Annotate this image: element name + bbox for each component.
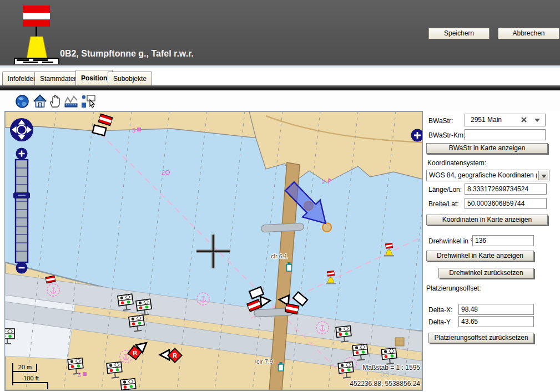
- show-bwastr-button[interactable]: BWaStr in Karte anzeigen: [426, 143, 548, 154]
- map-toolbar: [0, 90, 560, 111]
- select-arrow-button[interactable]: [538, 171, 548, 180]
- map-coordinates-text: 452236.88, 5538856.24: [350, 380, 420, 388]
- app-header: 0B2, Stumpftonne g., Tafel r.w.r. 2951 M…: [0, 0, 560, 65]
- svg-text:3: 3: [78, 371, 81, 378]
- svg-text:2: 2: [322, 179, 325, 185]
- tab-separator-band: [0, 85, 560, 90]
- coordsys-value: WGS 84, geografische Koordinaten (Län: [429, 171, 537, 179]
- svg-text:clr 6.1: clr 6.1: [271, 253, 287, 259]
- map-scale-text: Maßstab = 1 : 1595: [362, 364, 420, 371]
- clear-icon[interactable]: [521, 116, 527, 123]
- coordsys-label: Koordinatensystem:: [427, 159, 486, 167]
- show-angle-button[interactable]: Drehwinkel in Karte anzeigen: [426, 251, 534, 261]
- svg-text:3: 3: [132, 127, 135, 134]
- cancel-button[interactable]: Abbrechen: [498, 28, 559, 39]
- delta-y-label: Delta-Y: [428, 318, 451, 326]
- svg-text:2: 2: [162, 169, 165, 176]
- pan-rosette[interactable]: [10, 118, 33, 141]
- offset-label: Platzierungsoffset:: [426, 284, 481, 292]
- scale-bar-imperial: 100 ft: [23, 375, 39, 381]
- chevron-down-icon[interactable]: [534, 119, 540, 122]
- delta-y-input[interactable]: [458, 316, 534, 327]
- measure-icon[interactable]: [63, 94, 79, 109]
- save-button[interactable]: Speichern: [428, 28, 490, 39]
- zoom-slider[interactable]: [13, 148, 30, 274]
- lat-label: Breite/Lat:: [428, 200, 459, 208]
- globe-icon[interactable]: [14, 94, 30, 109]
- reset-offset-button[interactable]: Platzierungsoffset zurücksetzen: [428, 333, 534, 343]
- tab-subobjekte[interactable]: Subobjekte: [108, 72, 152, 85]
- svg-text:3.3: 3.3: [380, 370, 390, 378]
- delta-x-input[interactable]: [458, 304, 534, 315]
- chevron-down-icon: [541, 175, 547, 178]
- pan-hand-icon[interactable]: [48, 94, 63, 109]
- position-form-panel: BWaStr: 2951 Main BWaStr-Km: BWaStr in K…: [425, 111, 560, 392]
- reset-angle-button[interactable]: Drehwinkel zurücksetzen: [438, 268, 534, 278]
- object-title-line1: 0B2, Stumpftonne g., Tafel r.w.r.: [60, 47, 200, 60]
- bwastr-km-label: BWaStr-Km:: [428, 131, 465, 139]
- lat-input[interactable]: [465, 198, 547, 209]
- info-select-icon[interactable]: [79, 94, 98, 109]
- home-icon[interactable]: [32, 94, 48, 109]
- tab-bar: Infofelder Stammdaten Position Subobjekt…: [0, 69, 560, 85]
- stumpftonne-buoy-logo-icon: [4, 3, 60, 64]
- delta-x-label: Delta-X:: [428, 306, 452, 314]
- angle-label: Drehwinkel in °:: [428, 237, 475, 245]
- show-coordinates-button[interactable]: Koordinaten in Karte anzeigen: [426, 215, 548, 225]
- bwastr-km-input[interactable]: [465, 129, 546, 140]
- object-placed-point: [322, 223, 331, 232]
- angle-input[interactable]: [472, 235, 534, 246]
- lon-input[interactable]: [465, 184, 547, 195]
- map-canvas[interactable]: R: [5, 111, 422, 390]
- map-container: R: [4, 111, 423, 391]
- scale-bar-metric: 20 m: [18, 364, 32, 370]
- svg-text:clr 7.9: clr 7.9: [256, 358, 273, 365]
- bwastr-label: BWaStr:: [428, 117, 453, 125]
- bwastr-combobox[interactable]: 2951 Main: [465, 114, 546, 126]
- coordsys-select[interactable]: WGS 84, geografische Koordinaten (Län: [426, 170, 549, 181]
- bwastr-value: 2951 Main: [471, 116, 502, 124]
- lon-label: Länge/Lon:: [428, 186, 462, 194]
- header-separator: [0, 65, 560, 68]
